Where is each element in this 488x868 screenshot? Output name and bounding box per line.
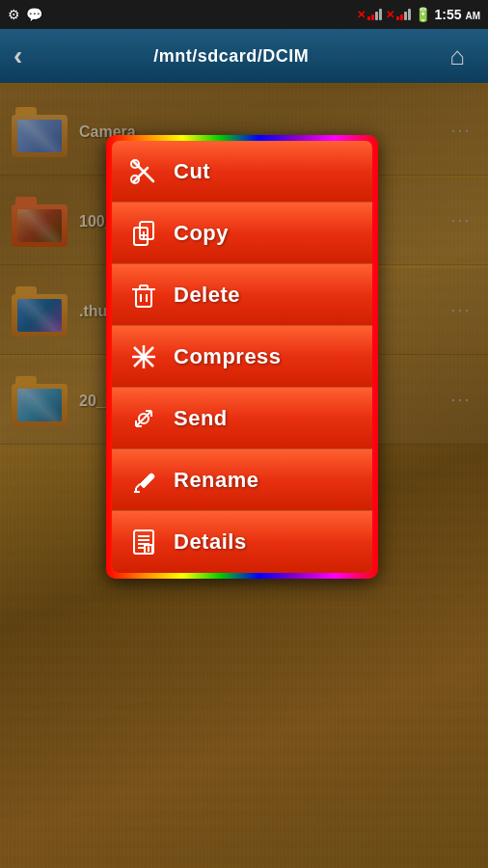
cut-label: Cut (174, 159, 210, 184)
cut-icon (127, 155, 160, 188)
signal-bar-4 (379, 9, 382, 20)
details-label: Details (174, 529, 247, 555)
copy-icon (127, 217, 160, 250)
svg-point-37 (149, 546, 149, 547)
delete-icon (127, 279, 160, 312)
menu-item-compress[interactable]: Compress (112, 326, 372, 388)
current-path: /mnt/sdcard/DCIM (153, 46, 309, 67)
context-menu: Cut Copy (106, 135, 378, 579)
chat-icon: 💬 (26, 7, 42, 22)
details-icon (127, 526, 160, 558)
status-left-icons: ⚙ 💬 (8, 7, 42, 22)
compress-label: Compress (174, 344, 282, 369)
status-bar: ⚙ 💬 ✕ ✕ 🔋 1:55 AM (0, 0, 488, 29)
send-icon (127, 402, 160, 435)
signal-bar-8 (408, 9, 411, 20)
header-bar: ‹ /mnt/sdcard/DCIM ⌂ (0, 29, 488, 83)
signal-bar-7 (404, 12, 407, 20)
menu-item-delete[interactable]: Delete (112, 264, 372, 326)
rename-icon (127, 464, 160, 497)
svg-line-27 (136, 484, 140, 488)
signal-bar-2 (371, 14, 374, 20)
battery-icon: 🔋 (415, 7, 431, 22)
signal-bar-6 (400, 14, 403, 20)
menu-item-details[interactable]: Details (112, 511, 372, 573)
home-button[interactable]: ⌂ (440, 41, 474, 71)
back-button[interactable]: ‹ (14, 42, 22, 69)
signal-group-2: ✕ (386, 9, 411, 21)
menu-item-cut[interactable]: Cut (112, 141, 372, 203)
signal-group-1: ✕ (357, 9, 382, 21)
signal-bar-5 (396, 16, 399, 20)
menu-item-rename[interactable]: Rename (112, 449, 372, 511)
svg-point-19 (142, 355, 146, 359)
signal-bars-2 (396, 9, 411, 20)
signal-bar-1 (367, 16, 370, 20)
send-label: Send (174, 406, 228, 431)
signal-bars-1 (367, 9, 382, 20)
copy-label: Copy (174, 221, 229, 246)
menu-item-copy[interactable]: Copy (112, 203, 372, 264)
signal-x-2: ✕ (386, 9, 394, 21)
signal-bar-3 (375, 12, 378, 20)
signal-x-1: ✕ (357, 9, 366, 21)
time-display: 1:55 AM (435, 7, 480, 22)
context-menu-inner: Cut Copy (112, 141, 372, 573)
svg-rect-8 (136, 289, 151, 307)
menu-item-send[interactable]: Send (112, 388, 372, 449)
status-right-info: ✕ ✕ 🔋 1:55 AM (357, 7, 480, 22)
compress-icon (127, 340, 160, 373)
usb-icon: ⚙ (8, 7, 20, 22)
rename-label: Rename (174, 468, 259, 493)
delete-label: Delete (174, 283, 240, 308)
